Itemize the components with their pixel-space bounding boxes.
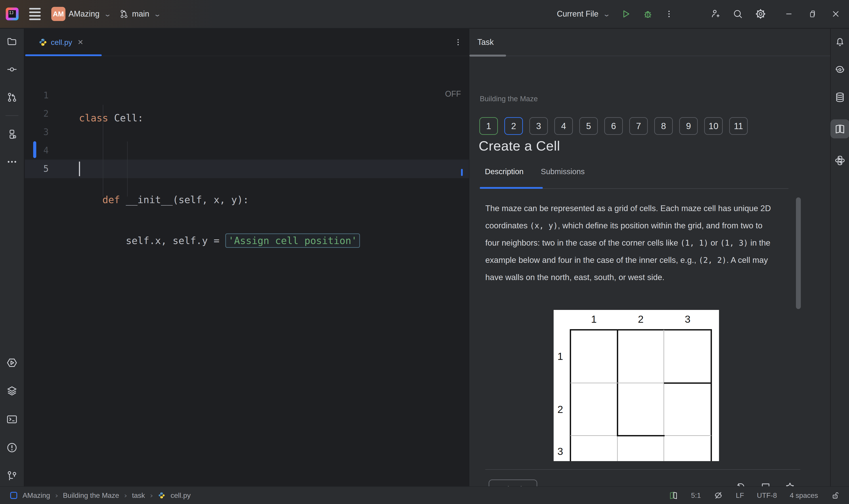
file-encoding[interactable]: UTF-8 — [757, 491, 777, 500]
ai-assistant-tool-button[interactable] — [834, 64, 846, 75]
minimize-button[interactable] — [784, 10, 793, 18]
more-tool-windows-button[interactable] — [6, 156, 18, 167]
run-configuration-label: Current File — [557, 9, 598, 19]
line-ending[interactable]: LF — [736, 491, 744, 500]
code-lines: class Cell: def __init__(self, x, y): se… — [79, 86, 360, 313]
tab-options-button[interactable] — [454, 38, 469, 47]
search-everywhere-button[interactable] — [732, 8, 743, 19]
breadcrumb-project[interactable]: AMazing — [22, 491, 50, 500]
task-description: The maze can be represented as a grid of… — [485, 200, 773, 286]
code-editor[interactable]: 1 2 3 4 5 class Cell: def __init__(self,… — [25, 57, 469, 486]
database-tool-button[interactable] — [834, 91, 846, 103]
code-indent — [79, 194, 102, 205]
breadcrumb-file[interactable]: cell.py — [171, 491, 191, 500]
panel-scrollbar-thumb[interactable] — [796, 197, 801, 309]
project-icon — [10, 492, 17, 499]
debug-button[interactable] — [643, 8, 653, 19]
pull-requests-tool-button[interactable] — [6, 91, 18, 103]
check-divider — [485, 469, 800, 470]
course-tasks-tool-button[interactable] — [830, 119, 849, 138]
task-step-7[interactable]: 7 — [629, 117, 648, 135]
task-step-1[interactable]: 1 — [479, 117, 498, 135]
code-line-4: self.x, self.y = 'Assign cell position' — [79, 231, 360, 250]
maze-gridline — [617, 436, 618, 461]
maze-gridline — [571, 383, 664, 383]
version-control-tool-button[interactable] — [6, 470, 18, 482]
restore-button[interactable] — [808, 10, 817, 18]
code-with-me-button[interactable] — [710, 8, 721, 19]
task-step-2[interactable]: 2 — [504, 117, 523, 135]
python-packages-tool-button[interactable] — [6, 385, 18, 397]
chevron-down-icon: ⌄ — [153, 10, 161, 18]
line-number-current: 5 — [25, 160, 56, 178]
project-tool-button[interactable] — [6, 36, 18, 47]
python-console-tool-button[interactable] — [834, 155, 846, 166]
run-button[interactable] — [621, 9, 631, 19]
terminal-tool-button[interactable] — [6, 413, 18, 425]
ide-logo-icon: IJ — [6, 7, 19, 20]
file-tab-cellpy[interactable]: cell.py ✕ — [25, 29, 91, 56]
task-step-3[interactable]: 3 — [529, 117, 548, 135]
code-text: Cell: — [108, 112, 143, 124]
right-tool-strip — [830, 29, 849, 486]
tab-description[interactable]: Description — [485, 167, 524, 182]
chevron-right-icon: › — [150, 492, 153, 499]
open-book-icon — [834, 123, 846, 134]
maze-gridline — [571, 435, 617, 436]
more-actions-button[interactable] — [665, 10, 673, 18]
keyword-def: def — [102, 194, 120, 205]
task-step-10[interactable]: 10 — [704, 117, 723, 135]
maze-wall — [570, 329, 571, 461]
structure-tool-button[interactable] — [6, 128, 18, 140]
ai-assistant-disabled-icon[interactable] — [714, 491, 723, 500]
editor-area: cell.py ✕ 1 2 3 4 5 class Cell: — [25, 29, 469, 486]
breadcrumb-task[interactable]: task — [132, 491, 145, 500]
task-step-9[interactable]: 9 — [679, 117, 698, 135]
services-tool-button[interactable] — [6, 357, 18, 369]
caret-position[interactable]: 5:1 — [691, 491, 701, 500]
main-menu-button[interactable] — [27, 6, 43, 22]
task-step-6[interactable]: 6 — [604, 117, 623, 135]
problems-tool-button[interactable] — [6, 442, 18, 454]
strip-divider — [5, 115, 18, 116]
answer-placeholder[interactable]: 'Assign cell position' — [225, 233, 360, 248]
task-step-11[interactable]: 11 — [729, 117, 748, 135]
project-widget[interactable]: AM AMazing ⌄ — [51, 7, 110, 21]
task-step-list: 1234567891011 — [479, 117, 748, 135]
task-step-5[interactable]: 5 — [579, 117, 598, 135]
active-doc-tab-indicator — [480, 187, 543, 189]
code-line-1: class Cell: — [79, 109, 360, 127]
project-badge: AM — [51, 7, 66, 21]
run-configuration-select[interactable]: Current File ⌄ — [557, 9, 609, 19]
task-doc-tabs: Description Submissions — [485, 167, 585, 182]
gutter-change-marker — [33, 141, 36, 158]
branch-widget[interactable]: main ⌄ — [119, 9, 160, 19]
keyword-class: class — [79, 112, 108, 124]
breadcrumb: AMazing › Building the Maze › task › cel… — [0, 491, 191, 500]
tab-submissions[interactable]: Submissions — [541, 167, 584, 182]
notifications-tool-button[interactable] — [834, 36, 846, 47]
maze-axis-label: 3 — [557, 446, 563, 457]
task-step-4[interactable]: 4 — [554, 117, 573, 135]
tab-close-icon[interactable]: ✕ — [77, 38, 83, 47]
maze-gridline — [665, 435, 711, 436]
indent-setting[interactable]: 4 spaces — [790, 491, 818, 500]
status-bar: AMazing › Building the Maze › task › cel… — [0, 486, 849, 504]
commit-tool-button[interactable] — [6, 64, 18, 75]
course-progress-icon[interactable] — [669, 491, 678, 500]
line-number: 3 — [25, 123, 56, 141]
task-step-8[interactable]: 8 — [654, 117, 673, 135]
code-text: __init__(self, x, y): — [120, 194, 249, 205]
maze-grid-figure: 123123 — [554, 310, 719, 461]
chevron-down-icon: ⌄ — [603, 10, 611, 18]
maze-wall — [570, 329, 712, 330]
unlocked-icon[interactable] — [831, 491, 840, 500]
inline-code: (2, 2) — [699, 256, 726, 265]
breadcrumb-section[interactable]: Building the Maze — [63, 491, 119, 500]
settings-button[interactable] — [755, 8, 766, 20]
code-line-2 — [79, 150, 360, 168]
close-button[interactable] — [831, 10, 840, 18]
left-tool-strip — [0, 29, 24, 486]
task-heading: Create a Cell — [479, 138, 560, 154]
file-tab-label: cell.py — [51, 38, 72, 47]
